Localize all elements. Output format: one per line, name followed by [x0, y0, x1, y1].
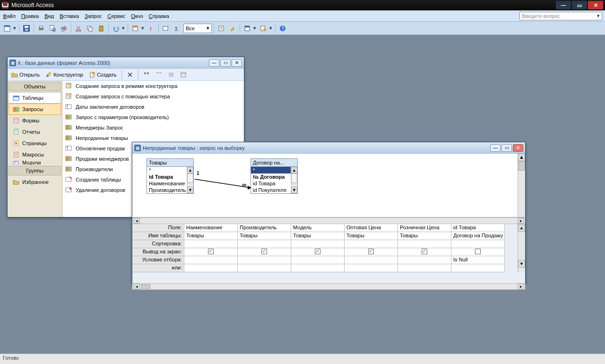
- nav-item-0[interactable]: Таблицы: [9, 92, 61, 104]
- dropdown-icon[interactable]: ▾: [12, 25, 17, 31]
- show-checkbox[interactable]: [315, 249, 320, 254]
- table-box[interactable]: Товары*id ТовараНаименованиеПроизводител…: [147, 158, 194, 194]
- grid-cell[interactable]: [345, 256, 398, 264]
- grid-cell[interactable]: [398, 248, 451, 256]
- dropdown-icon[interactable]: ▾: [121, 25, 126, 31]
- list-item[interactable]: Менеджеры Запрос: [62, 122, 244, 133]
- grid-cell[interactable]: Наименование: [184, 224, 238, 232]
- show-checkbox[interactable]: [368, 249, 374, 254]
- query-window-titlebar[interactable]: ▦ Непроданные товары : запрос на выборку…: [132, 142, 525, 154]
- paste-button[interactable]: [96, 23, 106, 34]
- show-checkbox[interactable]: [208, 249, 214, 254]
- top-values-combo[interactable]: Все▾: [183, 24, 212, 33]
- query-grid-pane[interactable]: Поле:Имя таблицы:Сортировка:Вывод на экр…: [132, 224, 525, 283]
- show-checkbox[interactable]: [261, 249, 267, 254]
- query-type-button[interactable]: [130, 23, 140, 34]
- grid-cell[interactable]: id Товара: [451, 224, 505, 232]
- grid-cell[interactable]: Товары: [398, 232, 451, 240]
- grid-cell[interactable]: [238, 248, 291, 256]
- totals-button[interactable]: Σ: [172, 23, 182, 34]
- grid-cell[interactable]: [451, 248, 505, 256]
- grid-cell[interactable]: [398, 264, 451, 272]
- save-button[interactable]: [21, 23, 32, 34]
- grid-cell[interactable]: Договор на Продажу: [451, 232, 505, 240]
- grid-cell[interactable]: [345, 240, 398, 248]
- print-button[interactable]: [36, 23, 46, 34]
- db-close-button[interactable]: ✕: [232, 59, 242, 67]
- dropdown-icon[interactable]: ▾: [140, 25, 145, 31]
- grid-cell[interactable]: [238, 240, 291, 248]
- run-button[interactable]: !: [146, 23, 156, 34]
- grid-cell[interactable]: Товары: [238, 232, 291, 240]
- nav-item-4[interactable]: Страницы: [9, 138, 61, 149]
- nav-item-2[interactable]: Формы: [9, 115, 61, 126]
- close-button[interactable]: ✕: [588, 1, 603, 9]
- grid-hscroll[interactable]: ◂ ▸: [132, 283, 525, 290]
- menu-tools[interactable]: Сервис: [108, 13, 126, 19]
- grid-cell[interactable]: Производитель: [238, 224, 291, 232]
- diagram-vscroll[interactable]: ▲: [518, 154, 525, 217]
- grid-cell[interactable]: [238, 256, 291, 264]
- grid-cell[interactable]: [184, 264, 238, 272]
- nav-item-favorites[interactable]: Избранное: [9, 176, 61, 188]
- grid-cell[interactable]: Модель: [291, 224, 345, 232]
- grid-cell[interactable]: [451, 264, 505, 272]
- q-maximize-button[interactable]: ▭: [501, 144, 512, 152]
- show-table-button[interactable]: +: [161, 23, 171, 34]
- grid-cell[interactable]: Товары: [291, 232, 345, 240]
- print-preview-button[interactable]: [47, 23, 58, 34]
- list-item[interactable]: Создание запроса в режиме конструктора: [62, 81, 244, 91]
- dropdown-icon[interactable]: ▾: [252, 25, 257, 31]
- database-window-button[interactable]: [242, 23, 252, 34]
- nav-header-objects[interactable]: Объекты: [9, 82, 61, 91]
- maximize-button[interactable]: ▭: [572, 1, 587, 9]
- list-button[interactable]: [166, 69, 176, 80]
- properties-button[interactable]: [216, 23, 226, 34]
- view-button[interactable]: [2, 23, 12, 34]
- table-box[interactable]: Договор на...*№ Договораid Товараid Поку…: [251, 158, 298, 194]
- grid-vscroll[interactable]: ▲ ▼: [518, 224, 525, 272]
- table-scroll[interactable]: ▲▼: [187, 167, 193, 193]
- diagram-hscroll[interactable]: ◂ ▸: [132, 217, 525, 224]
- grid-cell[interactable]: [398, 256, 451, 264]
- grid-cell[interactable]: [291, 240, 345, 248]
- grid-cell[interactable]: [184, 240, 238, 248]
- dropdown-icon[interactable]: ▾: [268, 25, 273, 31]
- grid-cell[interactable]: [238, 264, 291, 272]
- large-icons-button[interactable]: [141, 69, 152, 80]
- copy-button[interactable]: [85, 23, 95, 34]
- new-object-button[interactable]: [258, 23, 268, 34]
- grid-cell[interactable]: [345, 248, 398, 256]
- delete-button[interactable]: [125, 69, 135, 80]
- grid-cell[interactable]: Is Null: [451, 256, 505, 264]
- q-minimize-button[interactable]: —: [490, 144, 501, 152]
- nav-item-5[interactable]: Макросы: [9, 149, 61, 160]
- new-button[interactable]: Создать: [87, 71, 119, 78]
- design-button[interactable]: Конструктор: [43, 71, 85, 78]
- db-maximize-button[interactable]: ▭: [220, 59, 231, 67]
- help-button[interactable]: ?: [277, 23, 288, 34]
- grid-cell[interactable]: [184, 248, 238, 256]
- grid-cell[interactable]: [291, 264, 345, 272]
- minimize-button[interactable]: —: [556, 1, 571, 9]
- nav-item-1[interactable]: Запросы: [9, 104, 61, 115]
- undo-button[interactable]: [111, 23, 121, 34]
- menu-window[interactable]: Окно: [131, 13, 143, 19]
- details-button[interactable]: [178, 69, 189, 80]
- list-item[interactable]: !Даты заключения договоров: [62, 102, 244, 112]
- show-checkbox[interactable]: [475, 249, 481, 254]
- grid-cell[interactable]: [398, 240, 451, 248]
- grid-cell[interactable]: [291, 256, 345, 264]
- cut-button[interactable]: [73, 23, 84, 34]
- spellcheck-button[interactable]: ab: [59, 23, 69, 34]
- open-button[interactable]: Открыть: [9, 71, 42, 78]
- q-close-button[interactable]: ✕: [513, 144, 523, 152]
- nav-header-groups[interactable]: Группы: [9, 166, 61, 175]
- small-icons-button[interactable]: [154, 69, 164, 80]
- menu-help[interactable]: Справка: [149, 13, 169, 19]
- grid-cell[interactable]: Розничная Цена: [398, 224, 451, 232]
- grid-cell[interactable]: [345, 264, 398, 272]
- grid-cell[interactable]: [184, 256, 238, 264]
- query-diagram-pane[interactable]: Товары*id ТовараНаименованиеПроизводител…: [132, 154, 525, 217]
- ask-question-input[interactable]: Введите вопрос ▾: [519, 12, 602, 20]
